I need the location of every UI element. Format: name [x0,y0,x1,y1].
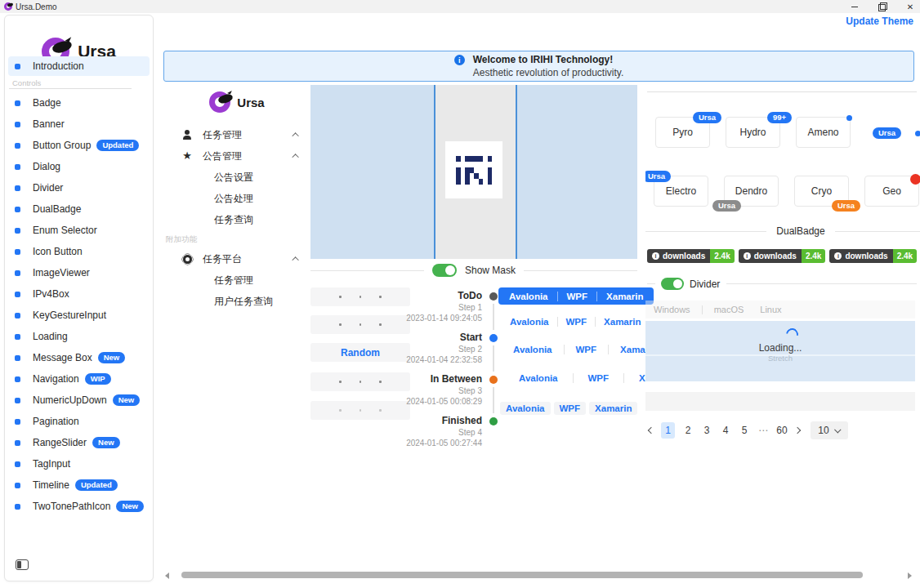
sidebar-item-label: Enum Selector [33,225,97,236]
sidebar-item-loading[interactable]: Loading [8,326,150,347]
horizontal-scrollbar[interactable] [160,570,917,580]
sidebar-item-dualbadge[interactable]: DualBadge [8,198,150,220]
sidebar-item-button-group[interactable]: Button GroupUpdated [8,135,150,156]
badge-card-electro[interactable]: ElectroUrsa [654,176,708,207]
welcome-banner: i Welcome to IRIHI Technology! Aesthetic… [163,51,914,82]
menu-item-公告设置[interactable]: 公告设置 [163,167,310,188]
ursa-logo-icon [209,91,230,113]
badge-card-label: Hydro [739,127,766,138]
menu-item-任务平台[interactable]: 任务平台 [163,248,310,270]
badge-card-cryo[interactable]: CryoUrsa [794,176,849,207]
chevron-up-icon [292,256,298,263]
sidebar-item-timeline[interactable]: TimelineUpdated [8,474,150,496]
badge-card-pyro[interactable]: PyroUrsa [655,117,710,148]
scrollbar-thumb[interactable] [181,572,863,578]
badge-pill: Ursa [693,112,721,123]
bullet-icon [15,355,20,361]
sidebar-item-message-box[interactable]: Message BoxNew [8,347,150,368]
page-size-select[interactable]: 10 [811,421,848,439]
sidebar-item-dialog[interactable]: Dialog [8,156,150,177]
dualbadge-downloads[interactable]: idownloads2.4k [829,249,917,263]
sidebar-item-ipv4box[interactable]: IPv4Box [8,283,150,305]
badge-dot-icon [910,174,920,185]
sidebar-item-taginput[interactable]: TagInput [8,453,150,474]
badge-card-geo[interactable]: Geo [864,176,919,207]
dualbadge-downloads[interactable]: idownloads2.4k [739,249,826,263]
sidebar-item-badge[interactable]: Badge [8,92,150,114]
dualbadge-downloads[interactable]: idownloads2.4k [647,249,735,263]
group-button-wpf[interactable]: WPF [554,402,587,415]
sidebar-item-navigation[interactable]: NavigationWIP [8,368,150,390]
bullet-icon [15,143,20,149]
page-3[interactable]: 3 [701,422,712,439]
sidebar-item-rangeslider[interactable]: RangeSliderNew [8,432,150,453]
tab-macos[interactable]: macOS [706,305,753,314]
menu-item-公告管理[interactable]: 公告管理 [163,145,310,167]
sidebar-item-keygestureinput[interactable]: KeyGestureInput [8,305,150,326]
group-button-avalonia[interactable]: Avalonia [500,292,557,301]
sidebar-item-banner[interactable]: Banner [8,114,150,135]
menu-item-任务管理[interactable]: 任务管理 [163,124,310,145]
button-group-1: AvaloniaWPFXamarin [498,287,654,305]
next-page-icon[interactable] [794,427,801,434]
tab-linux[interactable]: Linux [752,305,789,314]
bullet-icon [15,504,20,510]
maximize-button[interactable] [878,2,887,11]
irihi-logo-image [445,141,502,198]
menu-item-用户任务查询[interactable]: 用户任务查询 [163,291,310,312]
sidebar-item-enum-selector[interactable]: Enum Selector [8,220,150,241]
sidebar-item-imageviewer[interactable]: ImageViewer [8,262,150,283]
group-button-avalonia[interactable]: Avalonia [502,317,557,327]
group-button-xamarin[interactable]: Xamarin [596,317,649,327]
page-2[interactable]: 2 [682,422,694,439]
group-button-avalonia[interactable]: Avalonia [500,402,551,415]
app-window: Ursa.Demo ✕ Update Theme Ursa Introducti… [0,0,920,588]
info-icon: i [454,55,465,65]
menu-item-任务查询[interactable]: 任务查询 [163,209,310,230]
sidebar-item-numericupdown[interactable]: NumericUpDownNew [8,390,150,411]
group-button-wpf[interactable]: WPF [558,292,597,301]
badge-card-dendro[interactable]: DendroUrsa [724,176,779,207]
tab-windows[interactable]: Windows [645,305,699,314]
update-theme-button[interactable]: Update Theme [846,16,913,27]
show-mask-toggle[interactable] [432,264,457,277]
loading-spinner-icon [784,326,801,343]
sidebar-item-icon-button[interactable]: Icon Button [8,241,150,262]
badge-card-hydro[interactable]: Hydro99+ [726,117,780,148]
divider-toggle[interactable] [661,278,684,290]
sidebar-item-divider[interactable]: Divider [8,177,150,198]
timeline-connector [493,387,494,413]
top-divider [647,91,917,92]
group-button-wpf[interactable]: WPF [574,373,624,383]
prev-page-icon[interactable] [648,427,654,434]
group-button-avalonia[interactable]: Avalonia [504,373,573,383]
group-button-wpf[interactable]: WPF [558,317,596,327]
menu-section-label: 附加功能 [163,230,310,248]
timeline-time: 2023-01-14 09:24:05 [368,314,482,323]
group-button-avalonia[interactable]: Avalonia [502,345,564,354]
menu-item-公告处理[interactable]: 公告处理 [163,188,310,209]
image-viewer[interactable] [310,85,637,259]
show-mask-row: Show Mask [310,263,637,278]
badge-card-ameno[interactable]: Ameno [796,117,851,148]
menu-item-任务管理[interactable]: 任务管理 [163,270,310,291]
page-4[interactable]: 4 [720,422,731,439]
close-button[interactable]: ✕ [905,2,915,11]
scroll-right-icon[interactable] [908,572,912,579]
sidebar-item-pagination[interactable]: Pagination [8,411,150,432]
scroll-left-icon[interactable] [165,572,169,579]
group-button-xamarin[interactable]: Xamarin [597,292,652,301]
dualbadge-label: downloads [754,252,797,261]
sidebar-item-twotonepathicon[interactable]: TwoTonePathIconNew [8,496,150,517]
sidebar-collapse-icon[interactable] [16,559,29,570]
page-5[interactable]: 5 [739,422,750,439]
button-group-2: AvaloniaWPFXamarin [502,317,649,327]
group-button-wpf[interactable]: WPF [565,345,609,354]
dualbadge-value: 2.4k [893,249,917,263]
badge-dot-icon [846,115,852,121]
group-button-xamarin[interactable]: Xamarin [589,402,637,415]
sidebar-item-introduction[interactable]: Introduction [8,56,150,76]
minimize-button[interactable] [850,2,860,11]
page-1[interactable]: 1 [661,422,675,439]
page-60[interactable]: 60 [776,422,788,439]
